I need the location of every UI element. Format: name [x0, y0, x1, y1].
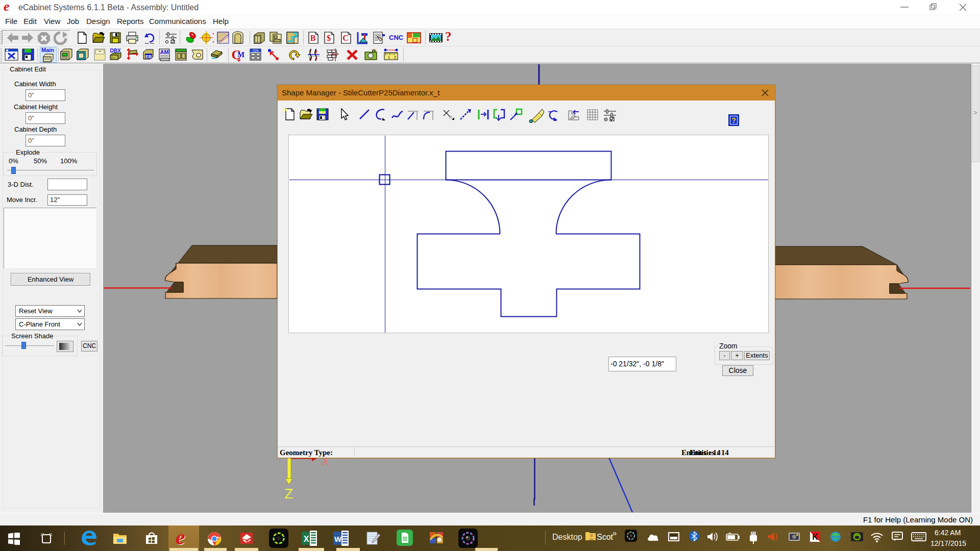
svg-text:W: W — [334, 535, 342, 543]
svg-text:X: X — [304, 535, 309, 543]
svg-text:AM: AM — [160, 49, 168, 55]
svg-text:Z: Z — [284, 486, 293, 502]
svg-text:K: K — [812, 533, 818, 541]
svg-text:1: 1 — [388, 56, 390, 59]
svg-text:2: 2 — [394, 56, 396, 59]
svg-text:$: $ — [327, 34, 331, 42]
svg-text:DBX: DBX — [110, 48, 120, 54]
svg-text:M: M — [237, 51, 244, 59]
svg-text:C: C — [342, 34, 349, 42]
svg-text:EB: EB — [145, 54, 152, 59]
svg-text:CON: CON — [253, 49, 259, 52]
svg-text:B: B — [310, 34, 316, 42]
